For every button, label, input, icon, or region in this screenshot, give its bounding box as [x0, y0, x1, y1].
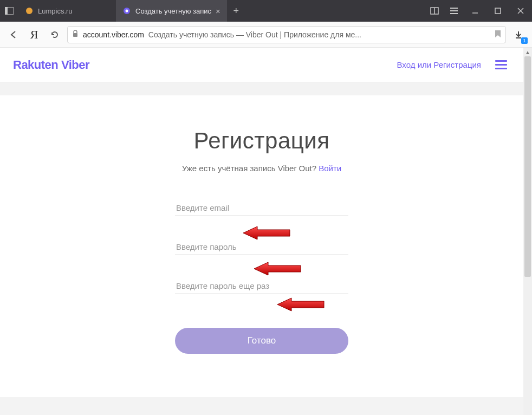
site-header: Rakuten Viber Вход или Регистрация: [0, 48, 523, 82]
downloads-badge: 1: [521, 37, 528, 44]
browser-tab-inactive[interactable]: Lumpics.ru: [18, 0, 116, 22]
page-viewport: Rakuten Viber Вход или Регистрация Регис…: [0, 48, 532, 415]
browser-titlebar: Lumpics.ru Создать учетную запис × +: [0, 0, 532, 22]
menu-icon[interactable]: [444, 0, 464, 22]
tab-title: Lumpics.ru: [38, 7, 109, 15]
svg-rect-1: [5, 7, 8, 15]
window-close-button[interactable]: [509, 0, 532, 22]
browser-toolbar: Я account.viber.com Создать учетную запи…: [0, 22, 532, 48]
password-field-wrapper: [175, 239, 348, 255]
address-page-title: Создать учетную запись — Viber Out | При…: [148, 30, 490, 39]
password-input[interactable]: [175, 239, 348, 255]
new-tab-button[interactable]: +: [227, 0, 245, 22]
favicon-viber-icon: [122, 7, 131, 15]
email-field-wrapper: [175, 200, 348, 216]
lock-icon: [72, 30, 79, 39]
window-maximize-button[interactable]: [486, 0, 509, 22]
downloads-button[interactable]: 1: [510, 27, 527, 43]
signin-or-register-link[interactable]: Вход или Регистрация: [397, 60, 481, 69]
login-link[interactable]: Войти: [319, 164, 341, 173]
favicon-lumpics-icon: [25, 7, 34, 15]
sidebar-toggle-icon[interactable]: [0, 0, 18, 22]
yandex-home-button[interactable]: Я: [26, 28, 42, 42]
bookmark-icon[interactable]: [495, 30, 501, 40]
rakuten-viber-logo[interactable]: Rakuten Viber: [13, 58, 89, 72]
address-bar[interactable]: account.viber.com Создать учетную запись…: [67, 26, 506, 43]
registration-page: Регистрация Уже есть учётная запись Vibe…: [0, 95, 523, 397]
svg-rect-10: [495, 8, 501, 14]
svg-rect-13: [73, 33, 77, 37]
tab-close-icon[interactable]: ×: [216, 7, 220, 16]
back-button[interactable]: [5, 27, 22, 43]
reload-button[interactable]: [47, 27, 63, 43]
scrollbar-thumb[interactable]: [524, 56, 531, 277]
subtext-static: Уже есть учётная запись Viber Out?: [182, 164, 319, 173]
password-confirm-input[interactable]: [175, 278, 348, 294]
email-input[interactable]: [175, 200, 348, 216]
window-minimize-button[interactable]: [464, 0, 486, 22]
svg-point-2: [26, 8, 33, 14]
password-confirm-field-wrapper: [175, 278, 348, 294]
browser-tab-active[interactable]: Создать учетную запис ×: [116, 0, 227, 22]
page-title: Регистрация: [193, 128, 329, 154]
address-domain: account.viber.com: [83, 30, 144, 39]
reader-mode-icon[interactable]: [425, 0, 444, 22]
already-have-account-text: Уже есть учётная запись Viber Out? Войти: [182, 164, 342, 173]
vertical-scrollbar[interactable]: ▲: [523, 48, 532, 415]
scroll-up-arrow-icon[interactable]: ▲: [523, 48, 532, 56]
tab-title: Создать учетную запис: [135, 7, 211, 15]
submit-button[interactable]: Готово: [175, 328, 348, 354]
hamburger-menu-icon[interactable]: [492, 57, 510, 73]
